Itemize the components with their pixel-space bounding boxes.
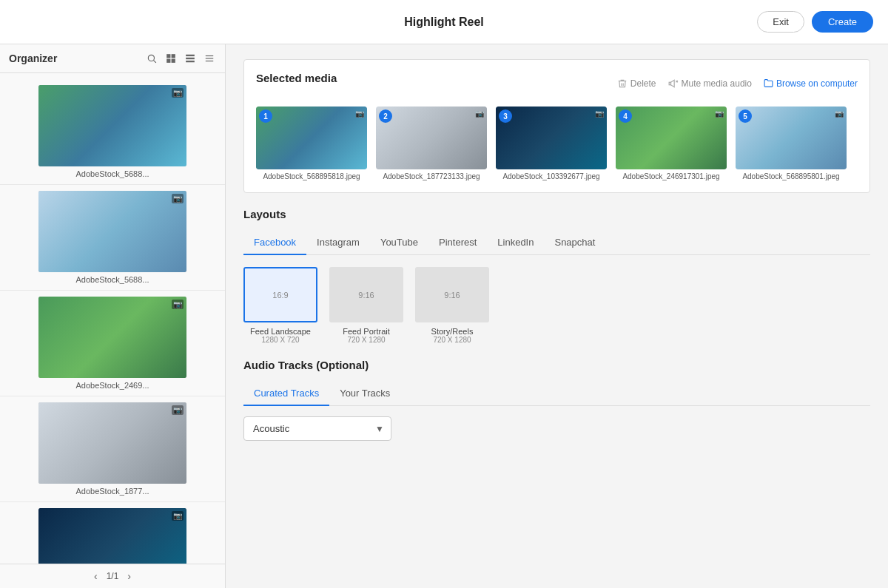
layouts-title: Layouts bbox=[243, 208, 870, 220]
media-card-filename: AdobeStock_187723133.jpeg bbox=[383, 172, 480, 180]
pagination-info: 1/1 bbox=[107, 571, 119, 581]
media-card-filename: AdobeStock_568895818.jpeg bbox=[263, 172, 360, 180]
layout-tab-linkedin[interactable]: LinkedIn bbox=[487, 231, 544, 255]
svg-rect-4 bbox=[166, 59, 170, 63]
selected-media-header: Selected media Delete Mute media audi bbox=[256, 72, 858, 95]
layout-card-size: 720 X 1280 bbox=[347, 336, 385, 344]
selected-media-title: Selected media bbox=[256, 72, 337, 84]
audio-section: Audio Tracks (Optional) Curated TracksYo… bbox=[243, 359, 870, 441]
media-card[interactable]: 2📷AdobeStock_187723133.jpeg bbox=[376, 107, 487, 180]
media-card-thumbnail: 1📷 bbox=[256, 107, 367, 169]
sidebar-media-item[interactable]: 📷AdobeStock_5688... bbox=[0, 185, 225, 291]
media-card-type-icon: 📷 bbox=[475, 109, 484, 118]
search-icon-button[interactable] bbox=[145, 52, 158, 65]
sidebar-media-item[interactable]: 📷AdobeStock_1033... bbox=[0, 502, 225, 564]
layout-option-feed-landscape[interactable]: 16:9Feed Landscape1280 X 720 bbox=[243, 267, 317, 344]
media-card-thumbnail: 5📷 bbox=[736, 107, 847, 169]
image-type-icon: 📷 bbox=[172, 511, 184, 521]
sidebar-media-item[interactable]: 📷AdobeStock_2469... bbox=[0, 291, 225, 396]
sidebar-header: Organizer bbox=[0, 44, 225, 73]
media-sequence-number: 1 bbox=[259, 109, 272, 123]
media-card-filename: AdobeStock_568895801.jpeg bbox=[742, 172, 839, 180]
exit-button[interactable]: Exit bbox=[757, 11, 804, 33]
sidebar-icon-group bbox=[145, 52, 216, 65]
image-type-icon: 📷 bbox=[172, 88, 184, 98]
media-item-label: AdobeStock_5688... bbox=[75, 275, 149, 284]
media-sequence-number: 3 bbox=[499, 109, 512, 123]
svg-rect-8 bbox=[186, 61, 195, 62]
layout-option-story-reels[interactable]: 9:16Story/Reels720 X 1280 bbox=[415, 267, 489, 344]
layout-card-name: Story/Reels bbox=[431, 327, 474, 336]
svg-line-1 bbox=[154, 61, 156, 63]
layout-card-preview: 9:16 bbox=[415, 267, 489, 322]
media-sequence-number: 2 bbox=[379, 109, 392, 123]
page-title: Highlight Reel bbox=[404, 16, 484, 29]
search-icon bbox=[147, 53, 157, 64]
sidebar-media-item[interactable]: 📷AdobeStock_1877... bbox=[0, 396, 225, 502]
svg-rect-5 bbox=[172, 59, 175, 63]
browse-computer-button[interactable]: Browse on computer bbox=[764, 78, 858, 89]
right-panel: Selected media Delete Mute media audi bbox=[226, 44, 888, 588]
menu-icon-button[interactable] bbox=[203, 52, 216, 65]
layout-tab-facebook[interactable]: Facebook bbox=[243, 231, 306, 255]
media-card-type-icon: 📷 bbox=[595, 109, 604, 118]
media-thumbnail: 📷 bbox=[38, 191, 186, 272]
media-thumbnail: 📷 bbox=[38, 297, 186, 378]
media-card-type-icon: 📷 bbox=[355, 109, 364, 118]
media-thumbnail: 📷 bbox=[38, 508, 186, 564]
media-card[interactable]: 3📷AdobeStock_103392677.jpeg bbox=[496, 107, 607, 180]
svg-rect-3 bbox=[172, 54, 175, 58]
media-card-type-icon: 📷 bbox=[835, 109, 844, 118]
media-item-label: AdobeStock_5688... bbox=[75, 169, 149, 178]
layout-card-size: 1280 X 720 bbox=[261, 336, 299, 344]
next-page-button[interactable]: › bbox=[127, 570, 131, 582]
layout-options: 16:9Feed Landscape1280 X 7209:16Feed Por… bbox=[243, 267, 870, 344]
media-sequence-number: 5 bbox=[739, 109, 752, 123]
layout-tab-snapchat[interactable]: Snapchat bbox=[544, 231, 605, 255]
delete-button[interactable]: Delete bbox=[617, 78, 656, 89]
sidebar-media-item[interactable]: 📷AdobeStock_5688... bbox=[0, 79, 225, 185]
svg-marker-13 bbox=[670, 80, 674, 87]
header: Highlight Reel Exit Create bbox=[0, 0, 888, 44]
audio-tab-your-tracks[interactable]: Your Tracks bbox=[329, 382, 400, 406]
svg-rect-7 bbox=[186, 58, 195, 59]
prev-page-button[interactable]: ‹ bbox=[94, 570, 98, 582]
selected-media-section: Selected media Delete Mute media audi bbox=[243, 59, 870, 193]
image-type-icon: 📷 bbox=[172, 300, 184, 309]
audio-title: Audio Tracks (Optional) bbox=[243, 359, 870, 371]
media-card[interactable]: 5📷AdobeStock_568895801.jpeg bbox=[736, 107, 847, 180]
layout-card-preview: 9:16 bbox=[329, 267, 403, 322]
layout-tab-instagram[interactable]: Instagram bbox=[306, 231, 370, 255]
layout-card-name: Feed Portrait bbox=[343, 327, 390, 336]
audio-dropdown-container: AcousticUpbeatCalmDramaticHappy ▼ bbox=[243, 416, 391, 441]
grid-view-icon-button[interactable] bbox=[164, 52, 178, 65]
list-view-icon-button[interactable] bbox=[184, 52, 197, 65]
layout-tab-pinterest[interactable]: Pinterest bbox=[428, 231, 487, 255]
svg-rect-2 bbox=[166, 54, 170, 58]
media-card-filename: AdobeStock_246917301.jpeg bbox=[622, 172, 719, 180]
audio-genre-select[interactable]: AcousticUpbeatCalmDramaticHappy bbox=[243, 416, 391, 441]
media-thumbnail: 📷 bbox=[38, 402, 186, 484]
layout-option-feed-portrait[interactable]: 9:16Feed Portrait720 X 1280 bbox=[329, 267, 403, 344]
layout-card-size: 720 X 1280 bbox=[433, 336, 471, 344]
image-type-icon: 📷 bbox=[172, 405, 184, 415]
trash-icon bbox=[617, 78, 628, 89]
media-action-buttons: Delete Mute media audio Browse on c bbox=[617, 78, 858, 89]
media-card[interactable]: 1📷AdobeStock_568895818.jpeg bbox=[256, 107, 367, 180]
layout-tab-youtube[interactable]: YouTube bbox=[370, 231, 428, 255]
layouts-section: Layouts FacebookInstagramYouTubePinteres… bbox=[243, 208, 870, 344]
sidebar-title: Organizer bbox=[9, 53, 57, 64]
grid-icon bbox=[166, 53, 176, 64]
image-type-icon: 📷 bbox=[172, 194, 184, 203]
svg-point-0 bbox=[148, 55, 154, 61]
media-card[interactable]: 4📷AdobeStock_246917301.jpeg bbox=[616, 107, 727, 180]
audio-tab-curated[interactable]: Curated Tracks bbox=[243, 382, 329, 406]
sidebar-media-list: 📷AdobeStock_5688...📷AdobeStock_5688...📷A… bbox=[0, 73, 225, 564]
create-button[interactable]: Create bbox=[812, 11, 873, 33]
media-card-type-icon: 📷 bbox=[715, 109, 724, 118]
selected-media-grid: 1📷AdobeStock_568895818.jpeg2📷AdobeStock_… bbox=[256, 107, 858, 180]
mute-audio-button[interactable]: Mute media audio bbox=[668, 78, 752, 89]
audio-tabs: Curated TracksYour Tracks bbox=[243, 382, 870, 406]
media-item-label: AdobeStock_2469... bbox=[75, 381, 149, 390]
svg-rect-6 bbox=[186, 55, 195, 56]
